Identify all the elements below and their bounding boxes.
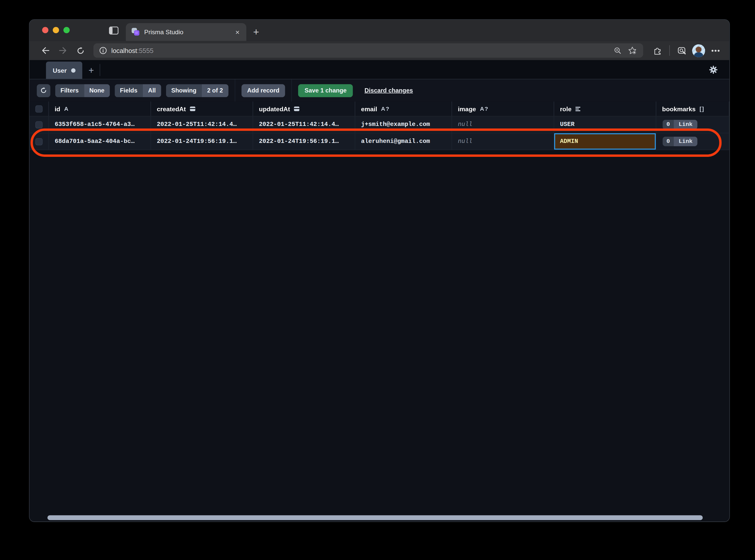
cell-createdAt[interactable]: 2022-01-25T11:42:14.4… (151, 116, 253, 133)
browser-navbar: localhost:5555 (30, 41, 729, 60)
column-header-email[interactable]: email A? (355, 102, 452, 117)
site-info-icon[interactable] (99, 47, 107, 54)
row-checkbox[interactable] (35, 138, 43, 145)
fields-label: Fields (115, 84, 143, 97)
tabbar-divider (100, 64, 100, 76)
unsaved-changes-dot-icon (71, 68, 75, 73)
minimize-window-button[interactable] (53, 27, 59, 33)
navbar-divider (669, 45, 670, 56)
tab-overview-icon[interactable] (109, 26, 119, 35)
table-row: 6353f658-a1c5-4764-a3… 2022-01-25T11:42:… (30, 116, 729, 133)
window-controls (42, 27, 70, 33)
nullable-string-type-icon: A? (480, 105, 488, 112)
zoom-icon[interactable] (610, 44, 625, 57)
relation-badge[interactable]: 0 Link (662, 137, 697, 146)
edited-role-cell[interactable]: ADMIN (554, 133, 656, 150)
cell-email[interactable]: aleruheni@gmail.com (355, 133, 452, 150)
relation-count: 0 (662, 120, 674, 129)
tab-close-icon[interactable]: × (233, 27, 241, 37)
row-select-cell (30, 133, 49, 150)
column-header-createdAt[interactable]: createdAt (151, 102, 253, 117)
cell-createdAt[interactable]: 2022-01-24T19:56:19.1… (151, 133, 253, 150)
showing-value: 2 of 2 (202, 84, 228, 97)
cell-bookmarks: 0 Link (656, 116, 730, 133)
cell-id[interactable]: 6353f658-a1c5-4764-a3… (49, 116, 151, 133)
add-record-button[interactable]: Add record (241, 84, 285, 97)
studio-toolbar: Filters None Fields All Showing 2 of 2 A… (30, 79, 729, 101)
column-header-id[interactable]: id A (49, 102, 151, 117)
list-type-icon: [] (699, 105, 704, 112)
save-changes-button[interactable]: Save 1 change (298, 84, 353, 97)
back-icon[interactable] (38, 44, 53, 57)
filters-value: None (84, 84, 110, 97)
datetime-type-icon (190, 106, 195, 112)
cell-email[interactable]: j+smith@example.com (355, 116, 452, 133)
model-tab-label: User (53, 67, 67, 74)
browser-titlebar: Prisma Studio × + (30, 20, 729, 41)
maximize-window-button[interactable] (63, 27, 70, 33)
new-tab-button[interactable]: + (253, 27, 259, 37)
cell-image[interactable]: null (452, 116, 554, 133)
relation-count: 0 (662, 137, 674, 146)
prisma-logo-icon (132, 28, 140, 36)
column-header-updatedAt[interactable]: updatedAt (253, 102, 355, 117)
toolbar-divider (234, 79, 235, 101)
add-model-tab-button[interactable]: + (89, 66, 94, 75)
relation-badge[interactable]: 0 Link (662, 120, 697, 129)
desktop: Prisma Studio × + (0, 0, 755, 560)
profile-avatar[interactable] (692, 44, 705, 57)
cell-role[interactable]: USER (554, 116, 656, 133)
column-header-bookmarks[interactable]: bookmarks [] (656, 102, 730, 117)
filters-label: Filters (55, 84, 84, 97)
null-value: null (458, 138, 472, 145)
string-type-icon: A (64, 105, 69, 112)
more-menu-icon[interactable] (708, 44, 722, 57)
row-select-cell (30, 116, 49, 133)
browser-tab-prisma-studio[interactable]: Prisma Studio × (126, 23, 246, 41)
url-host: localhost (111, 47, 137, 54)
cell-updatedAt[interactable]: 2022-01-24T19:56:19.1… (253, 133, 355, 150)
relation-link-button[interactable]: Link (674, 120, 697, 129)
settings-gear-icon[interactable] (709, 65, 718, 74)
showing-label: Showing (166, 84, 202, 97)
toolbar-divider (292, 79, 292, 101)
extensions-puzzle-icon[interactable] (650, 44, 664, 57)
prisma-studio-page: User + (30, 60, 729, 522)
discard-changes-link[interactable]: Discard changes (365, 87, 413, 94)
row-checkbox[interactable] (35, 121, 43, 128)
datetime-type-icon (294, 106, 300, 112)
tab-title: Prisma Studio (144, 28, 233, 36)
select-all-checkbox[interactable] (35, 105, 43, 112)
add-favorite-star-icon[interactable] (625, 44, 639, 57)
column-header-role[interactable]: role (554, 102, 656, 117)
horizontal-scrollbar[interactable] (47, 515, 703, 520)
close-window-button[interactable] (42, 27, 49, 33)
table-header: id A createdAt updatedAt email (30, 102, 729, 117)
refresh-data-button[interactable] (37, 84, 50, 97)
cell-role: ADMIN (554, 133, 656, 150)
reload-icon[interactable] (73, 44, 88, 57)
fields-button[interactable]: Fields All (115, 84, 161, 97)
model-tabbar: User + (30, 60, 729, 79)
cell-id[interactable]: 68da701a-5aa2-404a-bc… (49, 133, 151, 150)
url-port: :5555 (137, 47, 154, 54)
fields-value: All (143, 84, 161, 97)
null-value: null (458, 121, 472, 128)
filters-button[interactable]: Filters None (55, 84, 110, 97)
address-bar[interactable]: localhost:5555 (93, 43, 643, 58)
table-row: 68da701a-5aa2-404a-bc… 2022-01-24T19:56:… (30, 133, 729, 150)
enum-type-icon (575, 106, 581, 112)
forward-icon[interactable] (56, 44, 70, 57)
cell-updatedAt[interactable]: 2022-01-25T11:42:14.4… (253, 116, 355, 133)
model-tab-user[interactable]: User (46, 62, 82, 79)
cell-image[interactable]: null (452, 133, 554, 150)
showing-button[interactable]: Showing 2 of 2 (166, 84, 228, 97)
cell-bookmarks: 0 Link (656, 133, 730, 150)
relation-link-button[interactable]: Link (674, 137, 697, 146)
web-capture-icon[interactable] (675, 44, 689, 57)
column-header-image[interactable]: image A? (452, 102, 554, 117)
url-text: localhost:5555 (111, 47, 610, 54)
browser-window: Prisma Studio × + (29, 19, 730, 522)
select-all-cell (30, 102, 49, 117)
nullable-string-type-icon: A? (381, 105, 390, 112)
